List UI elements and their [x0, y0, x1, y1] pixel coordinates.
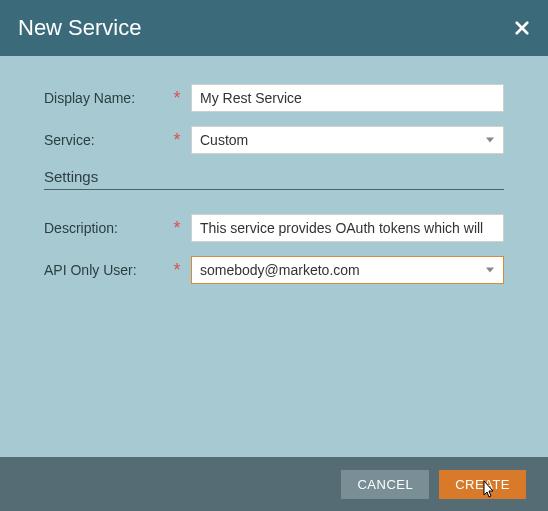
row-api-only-user: API Only User: * somebody@marketo.com	[44, 256, 504, 284]
chevron-down-icon	[485, 265, 495, 275]
required-mark: *	[169, 89, 185, 107]
dialog-title: New Service	[18, 15, 141, 41]
close-icon[interactable]	[514, 20, 530, 36]
label-service: Service:	[44, 132, 169, 148]
field-display-name	[191, 84, 504, 112]
display-name-input[interactable]	[191, 84, 504, 112]
api-only-user-select[interactable]: somebody@marketo.com	[191, 256, 504, 284]
new-service-dialog: New Service Display Name: * Service: * C…	[0, 0, 548, 511]
create-button[interactable]: CREATE	[439, 470, 526, 499]
api-only-user-value: somebody@marketo.com	[200, 262, 360, 278]
row-service: Service: * Custom	[44, 126, 504, 154]
chevron-down-icon	[485, 135, 495, 145]
dialog-body: Display Name: * Service: * Custom Settin…	[0, 56, 548, 457]
dialog-footer: CANCEL CREATE	[0, 457, 548, 511]
cancel-button[interactable]: CANCEL	[341, 470, 429, 499]
field-description	[191, 214, 504, 242]
description-input[interactable]	[191, 214, 504, 242]
label-display-name: Display Name:	[44, 90, 169, 106]
row-description: Description: *	[44, 214, 504, 242]
required-mark: *	[169, 261, 185, 279]
dialog-header: New Service	[0, 0, 548, 56]
settings-section-title: Settings	[44, 168, 504, 185]
row-display-name: Display Name: *	[44, 84, 504, 112]
service-select[interactable]: Custom	[191, 126, 504, 154]
service-select-value: Custom	[200, 132, 248, 148]
field-service: Custom	[191, 126, 504, 154]
label-description: Description:	[44, 220, 169, 236]
divider	[44, 189, 504, 190]
required-mark: *	[169, 219, 185, 237]
label-api-only-user: API Only User:	[44, 262, 169, 278]
field-api-only-user: somebody@marketo.com	[191, 256, 504, 284]
required-mark: *	[169, 131, 185, 149]
